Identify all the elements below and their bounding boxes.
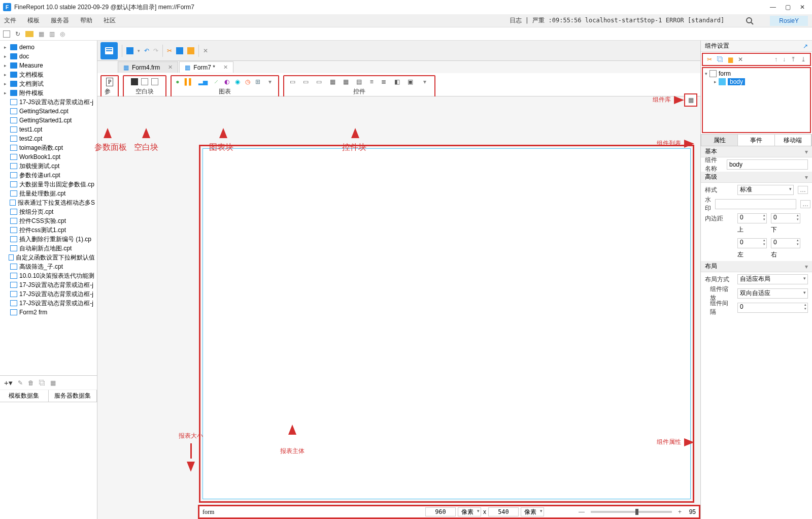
new-file-icon[interactable] [3,30,10,38]
cut-icon[interactable]: ✂ [707,56,712,63]
copy-icon[interactable] [176,47,183,54]
cut-icon[interactable]: ✂ [167,47,172,54]
doc-tab-form7[interactable]: ▦ Form7 * ✕ [179,61,233,73]
move-down-icon[interactable]: ↓ [783,56,786,63]
tree-node-form[interactable]: form [719,70,731,77]
paste-icon[interactable]: ▆ [728,56,733,63]
tree-file[interactable]: 17-JS设置动态背景或边框-j [0,280,97,289]
tree-file[interactable]: 自动刷新点地图.cpt [0,244,97,253]
tree-file[interactable]: 控件CSS实验.cpt [0,216,97,225]
tree-file[interactable]: 高级筛选_子.cpt [0,262,97,271]
tree-file[interactable]: 加载慢测试.cpt [0,161,97,171]
tree-file[interactable]: 参数传递url.cpt [0,171,97,180]
file-tree[interactable]: ▸demo▸doc▸Measure▸文档模板▸文档测试▸附件模板17-JS设置动… [0,41,97,375]
menu-server[interactable]: 服务器 [51,16,69,25]
tree-file[interactable]: test2.cpt [0,134,97,143]
menu-help[interactable]: 帮助 [80,16,92,25]
padding-right-input[interactable]: 0 [771,238,800,248]
menu-file[interactable]: 文件 [4,16,16,25]
section-layout[interactable]: 布局▾ [701,261,812,272]
undo-icon[interactable]: ↶ [144,47,149,54]
add-dataset-icon[interactable]: +▾ [4,378,13,387]
section-advanced[interactable]: 高级▾ [701,172,812,183]
tab-events[interactable]: 事件 [738,135,774,146]
user-badge[interactable]: RosieY [770,16,808,26]
refresh-icon[interactable]: ↻ [15,30,20,38]
tree-file[interactable]: Form2 frm [0,308,97,317]
gap-input[interactable]: 0 [737,303,808,313]
tree-file[interactable]: 大数据量导出固定参数值.cp [0,180,97,189]
style-more-icon[interactable]: … [798,186,808,194]
move-up-icon[interactable]: ↑ [774,56,777,63]
move-bottom-icon[interactable]: ⤓ [801,56,806,63]
padding-top-input[interactable]: 0 [737,213,767,223]
tree-folder[interactable]: ▸Measure [0,61,97,70]
delete-icon[interactable]: ✕ [738,56,743,63]
watermark-more-icon[interactable]: … [800,200,810,208]
height-unit-select[interactable]: 像素 [521,507,544,516]
width-unit-select[interactable]: 像素 [458,507,481,516]
delete-dataset-icon[interactable]: 🗑 [28,379,34,386]
tab-server-dataset[interactable]: 服务器数据集 [49,390,97,402]
tree-file[interactable]: GettingStarted1.cpt [0,116,97,125]
canvas-height-input[interactable] [488,507,519,516]
tree-file[interactable]: 报表通过下拉复选框动态多S [0,198,97,207]
palette-blank[interactable]: 空白块 [123,75,166,98]
widget-dropdown-icon[interactable]: ▾ [421,78,429,85]
tree-file[interactable]: 控件css测试1.cpt [0,225,97,235]
tree-file[interactable]: toimage函数.cpt [0,143,97,152]
copy-dataset-icon[interactable]: ⿻ [39,379,45,386]
close-tab-icon[interactable]: ✕ [223,64,228,71]
tree-file[interactable]: test1.cpt [0,125,97,134]
form-mode-button[interactable] [100,42,118,59]
redo-icon[interactable]: ↷ [153,47,158,54]
tree-file[interactable]: 自定义函数设置下拉树默认值 [0,253,97,262]
component-tree[interactable]: ▾ form ▸ body [702,67,811,133]
zoom-out-icon[interactable]: — [579,508,585,515]
tree-file[interactable]: 批量处理数据.cpt [0,189,97,198]
menu-template[interactable]: 模板 [27,16,40,25]
canvas-width-input[interactable] [425,507,456,516]
tree-file[interactable]: 插入删除行重新编号 (1).cp [0,235,97,244]
layout-mode-select[interactable]: 自适应布局 [737,274,808,284]
copy-icon[interactable]: ⿻ [717,56,723,63]
paste-icon[interactable] [187,47,194,54]
tree-file[interactable]: GettingStarted.cpt [0,107,97,116]
filter-icon[interactable]: ▥ [49,30,55,38]
preview-dataset-icon[interactable]: ▦ [50,379,56,386]
close-icon[interactable]: ✕ [800,4,805,11]
palette-widget[interactable]: ▭▭▭▦▦▤ ≡≣◧▣ ▾ 控件 [283,75,435,98]
locate-icon[interactable]: ◎ [60,30,65,38]
component-library-button[interactable]: ▦ [684,93,697,107]
search-icon[interactable] [746,17,754,25]
maximize-icon[interactable]: ▢ [785,4,791,11]
component-name-input[interactable] [727,159,808,170]
padding-left-input[interactable]: 0 [737,238,767,248]
tab-attributes[interactable]: 属性 [701,135,738,146]
open-folder-icon[interactable] [25,31,33,37]
save-icon[interactable] [126,47,133,54]
menu-community[interactable]: 社区 [104,16,116,25]
padding-bottom-input[interactable]: 0 [771,213,800,223]
collapse-icon[interactable]: ↗ [803,43,808,50]
save-dropdown-icon[interactable]: ▾ [138,48,140,53]
tree-folder[interactable]: ▸附件模板 [0,88,97,98]
tree-folder[interactable]: ▸文档测试 [0,79,97,88]
style-select[interactable]: 标准 [737,185,794,195]
tree-folder[interactable]: ▸demo [0,43,97,52]
tab-mobile[interactable]: 移动端 [775,135,811,146]
zoom-in-icon[interactable]: + [678,508,682,515]
zoom-slider[interactable] [591,511,672,513]
tree-node-body[interactable]: body [728,78,745,85]
watermark-input[interactable] [715,199,796,209]
move-top-icon[interactable]: ⤒ [791,56,796,63]
edit-dataset-icon[interactable]: ✎ [18,379,23,386]
tree-file[interactable]: 17-JS设置动态背景或边框-j [0,98,97,107]
tree-folder[interactable]: ▸文档模板 [0,70,97,79]
tree-file[interactable]: 按组分页.cpt [0,207,97,216]
form-body-canvas[interactable] [202,148,691,499]
show-report-icon[interactable]: ▦ [39,30,44,38]
chart-dropdown-icon[interactable]: ▾ [266,78,274,85]
tree-file[interactable]: 10.0.10决策报表迭代功能测 [0,271,97,280]
tree-folder[interactable]: ▸doc [0,52,97,61]
